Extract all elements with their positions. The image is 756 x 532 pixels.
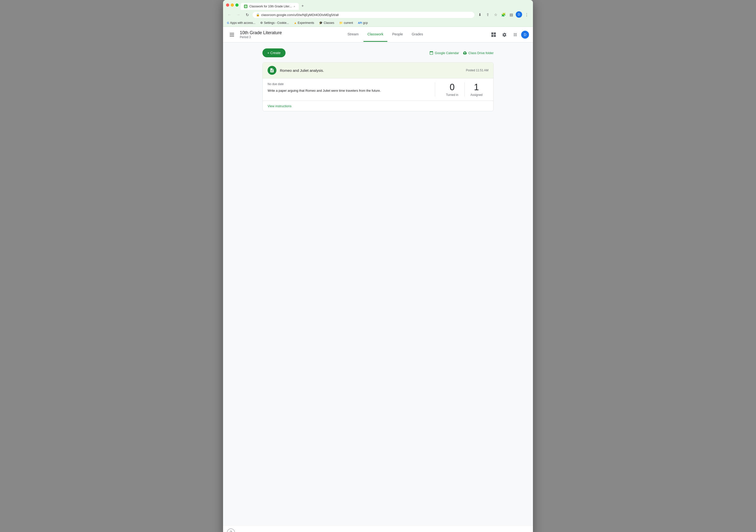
content-toolbar: + Create Google Calendar Class Drive fol…	[262, 48, 494, 57]
card-header: Romeo and Juliet analysis. Posted 11:51 …	[263, 63, 493, 78]
address-bar: ← → ↻ 🔒 classroom.google.com/u/0/w/NjEyM…	[223, 10, 533, 20]
view-instructions-link[interactable]: View instructions	[268, 104, 291, 108]
assignment-card: Romeo and Juliet analysis. Posted 11:51 …	[262, 62, 494, 111]
browser-window: Classwork for 10th Grade Liter... × + ← …	[223, 0, 533, 532]
content-area: + Create Google Calendar Class Drive fol…	[262, 48, 494, 111]
tab-people[interactable]: People	[388, 27, 407, 42]
maximize-button[interactable]	[235, 3, 239, 7]
assignment-description: Write a paper arguing that Romeo and Jul…	[268, 88, 430, 93]
assignment-details: No due date Write a paper arguing that R…	[268, 82, 430, 93]
google-icon: G	[227, 21, 229, 24]
svg-rect-7	[494, 35, 496, 37]
bookmark-gcp-label: gcp	[363, 21, 368, 25]
tab-stream[interactable]: Stream	[343, 27, 363, 42]
assigned-count: 1	[471, 82, 482, 92]
svg-rect-1	[230, 33, 234, 34]
bookmark-apps[interactable]: G Apps with access...	[226, 21, 256, 25]
title-bar: Classwork for 10th Grade Liter... × +	[223, 0, 533, 10]
toolbar-links: Google Calendar Class Drive folder	[429, 51, 494, 55]
bookmark-experiments-label: Experiments	[298, 21, 314, 25]
gc-main: + Create Google Calendar Class Drive fol…	[223, 42, 533, 525]
tab-favicon	[244, 5, 247, 8]
due-date: No due date	[268, 82, 430, 86]
class-drive-label: Class Drive folder	[468, 51, 494, 55]
api-icon: API	[358, 22, 362, 24]
svg-rect-3	[230, 36, 234, 37]
turned-in-stat[interactable]: 0 Turned in	[440, 82, 464, 96]
tab-grades[interactable]: Grades	[408, 27, 427, 42]
google-calendar-label: Google Calendar	[435, 51, 459, 55]
close-button[interactable]	[226, 3, 229, 7]
assignment-icon	[268, 66, 277, 75]
folder-icon: 📁	[339, 21, 343, 25]
more-options-icon[interactable]: ⋮	[523, 11, 530, 18]
bookmark-classes[interactable]: 🎓 Classes	[318, 21, 335, 25]
new-tab-button[interactable]: +	[299, 2, 306, 9]
bookmark-experiments[interactable]: ▲ Experiments	[293, 21, 315, 25]
class-title: 10th Grade Literature	[240, 30, 282, 36]
bookmark-settings-label: Settings - Cookie...	[264, 21, 289, 25]
experiments-icon: ▲	[294, 21, 297, 25]
tab-classwork[interactable]: Classwork	[364, 27, 387, 42]
bookmark-gcp[interactable]: API gcp	[357, 21, 369, 25]
apps-icon[interactable]	[510, 30, 520, 40]
svg-rect-6	[491, 35, 493, 37]
posted-time: Posted 11:51 AM	[466, 68, 488, 72]
url-bar[interactable]: 🔒 classroom.google.com/u/0/w/NjEyMDI4ODI…	[253, 12, 474, 18]
classes-icon: 🎓	[319, 21, 323, 25]
bookmark-current-label: current	[344, 21, 353, 25]
extension-icon[interactable]: 🧩	[500, 11, 507, 18]
app-content: 10th Grade Literature Period 3 Stream Cl…	[223, 27, 533, 525]
header-nav: Stream Classwork People Grades	[343, 27, 427, 42]
back-button[interactable]: ←	[226, 11, 233, 18]
svg-rect-5	[494, 33, 496, 35]
bookmark-settings[interactable]: ⚙ Settings - Cookie...	[259, 21, 290, 25]
header-actions: D	[489, 30, 529, 40]
help-button[interactable]: ?	[227, 529, 235, 532]
bookmark-current[interactable]: 📁 current	[338, 21, 354, 25]
card-footer: View instructions	[263, 100, 493, 111]
tabs-row: Classwork for 10th Grade Liter... × +	[240, 2, 523, 10]
active-tab[interactable]: Classwork for 10th Grade Liter... ×	[240, 3, 299, 10]
address-actions: ⬇ ⇧ ☆ 🧩 ▤ D ⋮	[476, 11, 530, 18]
profile-avatar-sm[interactable]: D	[516, 11, 522, 18]
google-calendar-link[interactable]: Google Calendar	[429, 51, 459, 55]
download-icon[interactable]: ⬇	[476, 11, 483, 18]
svg-rect-4	[491, 33, 493, 35]
settings-icon: ⚙	[260, 21, 263, 25]
gc-header: 10th Grade Literature Period 3 Stream Cl…	[223, 27, 533, 42]
svg-rect-2	[230, 35, 234, 35]
traffic-lights	[226, 3, 239, 9]
bookmarks-bar: G Apps with access... ⚙ Settings - Cooki…	[223, 20, 533, 27]
assignment-title: Romeo and Juliet analysis.	[280, 68, 466, 72]
share-icon[interactable]: ⇧	[484, 11, 491, 18]
bookmark-classes-label: Classes	[324, 21, 334, 25]
stats-area: 0 Turned in 1 Assigned	[435, 82, 488, 96]
profile-avatar[interactable]: D	[521, 31, 529, 39]
turned-in-label: Turned in	[446, 93, 458, 96]
class-period: Period 3	[240, 36, 282, 39]
sidebar-toggle-icon[interactable]: ▤	[508, 11, 515, 18]
bookmark-icon[interactable]: ☆	[492, 11, 499, 18]
bookmark-apps-label: Apps with access...	[230, 21, 256, 25]
class-info: 10th Grade Literature Period 3	[240, 30, 282, 39]
create-button[interactable]: + Create	[262, 48, 285, 57]
assigned-stat[interactable]: 1 Assigned	[464, 82, 488, 96]
tab-close-icon[interactable]: ×	[294, 5, 295, 8]
settings-icon[interactable]	[500, 30, 509, 40]
tab-title: Classwork for 10th Grade Liter...	[249, 5, 292, 8]
assigned-label: Assigned	[471, 93, 482, 96]
forward-button[interactable]: →	[235, 11, 242, 18]
lock-icon: 🔒	[256, 13, 260, 16]
minimize-button[interactable]	[231, 3, 234, 7]
url-text: classroom.google.com/u/0/w/NjEyMDI4ODIxM…	[261, 13, 471, 17]
class-drive-link[interactable]: Class Drive folder	[463, 51, 494, 55]
menu-button[interactable]	[227, 30, 237, 40]
refresh-button[interactable]: ↻	[244, 11, 251, 18]
footer: ?	[223, 525, 533, 532]
turned-in-count: 0	[446, 82, 458, 92]
card-body: No due date Write a paper arguing that R…	[263, 78, 493, 100]
table-icon[interactable]	[489, 30, 499, 40]
